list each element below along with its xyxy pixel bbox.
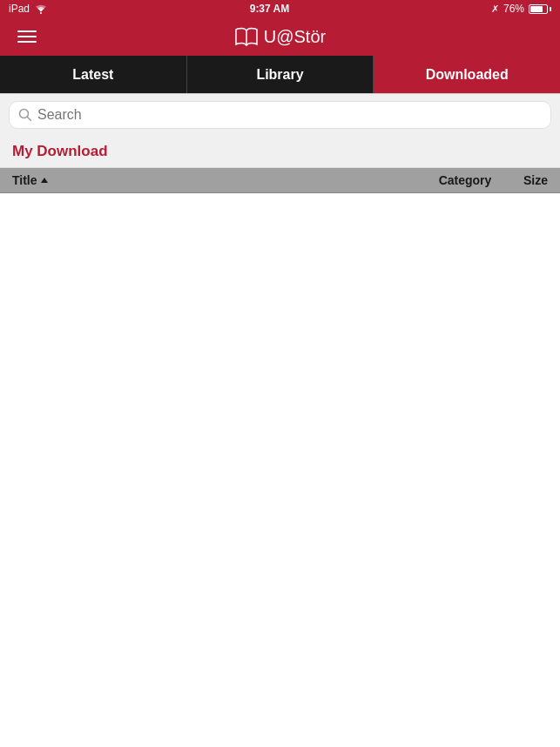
search-icon — [18, 108, 32, 122]
wifi-icon — [34, 3, 48, 14]
device-label: iPad — [9, 3, 30, 15]
app-name: U@Stör — [264, 27, 326, 47]
bluetooth-icon: ✗ — [491, 3, 499, 15]
search-input[interactable] — [37, 107, 542, 123]
status-right: ✗ 76% — [491, 3, 551, 15]
hamburger-line-2 — [17, 36, 37, 37]
hamburger-line-1 — [17, 30, 37, 32]
svg-line-3 — [28, 118, 31, 121]
search-container — [0, 94, 560, 136]
section-title: My Download — [12, 143, 108, 159]
column-size-header: Size — [504, 173, 548, 187]
downloads-list — [0, 193, 560, 738]
column-title-header: Title — [12, 173, 426, 187]
search-wrapper — [9, 101, 551, 129]
status-left: iPad — [9, 3, 48, 15]
hamburger-line-3 — [17, 41, 37, 43]
tab-latest[interactable]: Latest — [0, 56, 186, 93]
book-icon — [234, 27, 259, 46]
battery-icon — [529, 4, 551, 14]
tab-bar: Latest Library Downloaded — [0, 56, 560, 94]
status-time: 9:37 AM — [250, 3, 290, 15]
nav-bar: U@Stör — [0, 17, 560, 56]
column-category-header: Category — [426, 173, 504, 187]
status-bar: iPad 9:37 AM ✗ 76% — [0, 0, 560, 17]
tab-downloaded[interactable]: Downloaded — [374, 56, 560, 93]
sort-arrow-icon — [41, 178, 48, 183]
hamburger-button[interactable] — [14, 27, 40, 46]
app-title: U@Stör — [234, 27, 326, 47]
battery-percent: 76% — [503, 3, 524, 15]
svg-point-0 — [40, 12, 42, 14]
table-header: Title Category Size — [0, 168, 560, 193]
section-header: My Download — [0, 136, 560, 168]
tab-library[interactable]: Library — [186, 56, 374, 93]
